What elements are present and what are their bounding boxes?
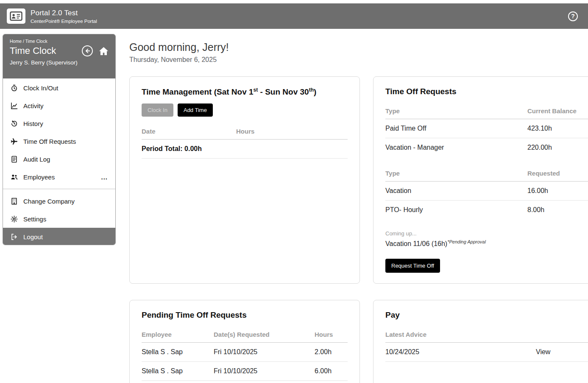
help-icon[interactable]: ? [568,11,578,21]
hours-value: 6.00h [315,367,348,375]
requested-value: 8.00h [527,206,588,214]
date-requested: Fri 10/10/2025 [214,348,315,356]
period-total: Period Total: 0.00h [142,140,348,159]
coming-up-entry: Vacation 11/06 (16h)*Pending Approval [385,239,588,248]
column-header-hours: Hours [236,128,348,135]
time-management-card: Time Management (Sat Nov 1st - Sun Nov 3… [129,76,360,284]
balance-type: Paid Time Off [385,125,527,132]
requested-value: 16.00h [527,187,588,195]
sidebar-item-settings[interactable]: Settings [3,210,115,228]
table-row: 10/24/2025 View [385,343,588,362]
balance-value: 220.00h [527,144,588,151]
building-icon [11,198,18,205]
greeting-date: Thursday, November 6, 2025 [129,56,217,64]
request-time-off-button[interactable]: Request Time Off [385,259,440,273]
home-button[interactable] [99,47,109,56]
column-header-employee: Employee [142,331,214,338]
requested-type: Vacation [385,187,527,195]
clock-icon [11,84,18,92]
table-row: Vacation - Manager 220.00h [385,138,588,157]
employee-name: Stella S . Sap [142,348,214,356]
requested-type: PTO- Hourly [385,206,527,214]
coming-up-label: Coming up... [385,230,588,237]
id-card-icon [7,8,25,24]
back-button[interactable] [82,45,93,56]
time-management-table: Date Hours Period Total: 0.00h [142,123,348,159]
activity-chart-icon [11,102,18,109]
user-name: Jerry S. Berry (Supervisor) [10,59,109,66]
sidebar-item-change-company[interactable]: Change Company [3,192,115,210]
gear-icon [11,215,18,223]
arrow-left-icon [84,48,91,54]
sidebar-item-label: Settings [23,215,46,223]
pending-approval-note: *Pending Approval [447,239,486,244]
pending-requests-table: Employee Date(s) Requested Hours Stella … [142,327,348,381]
logout-icon [11,233,18,240]
hours-value: 2.00h [315,348,348,356]
audit-log-icon [11,156,18,163]
sidebar-item-label: History [23,120,43,127]
sidebar-item-label: Employees [23,173,55,181]
pending-time-off-title: Pending Time Off Requests [142,310,348,320]
sidebar-item-logout[interactable]: Logout [3,228,115,245]
employee-name: Stella S . Sap [142,367,214,375]
sidebar-item-employees[interactable]: Employees ... [3,168,115,186]
app-subtitle: CenterPoint® Employee Portal [31,19,97,24]
column-header-current-balance: Current Balance [527,107,588,115]
pending-time-off-card: Pending Time Off Requests Employee Date(… [129,300,360,383]
column-header-dates-requested: Date(s) Requested [214,331,315,338]
time-off-requested-table: Type Requested Vacation 16.00h PTO- Hour… [385,165,588,219]
sidebar-menu: Clock In/Out Activity History Time Off R… [3,78,115,245]
sidebar-item-label: Clock In/Out [23,84,59,92]
table-row: PTO- Hourly 8.00h [385,201,588,219]
history-icon [11,120,18,127]
airplane-icon [11,138,18,145]
column-header-requested: Requested [527,170,588,177]
table-row: Stella S . Sap Fri 10/10/2025 2.00h [142,343,348,362]
page-title: Time Clock [10,45,56,56]
time-management-title: Time Management (Sat Nov 1st - Sun Nov 3… [142,87,348,97]
sidebar-header: Home / Time Clock Time Clock Jerry S. Be… [3,34,115,78]
advice-date: 10/24/2025 [385,348,536,356]
column-header-hours: Hours [315,331,348,338]
breadcrumb[interactable]: Home / Time Clock [10,39,109,44]
sidebar-item-label: Logout [23,233,43,240]
column-header-latest-advice: Latest Advice [385,331,536,338]
sidebar-item-time-off-requests[interactable]: Time Off Requests [3,132,115,150]
column-header-type: Type [385,107,527,115]
greeting-heading: Good morning, Jerry! [129,41,229,53]
top-bar: Portal 2.0 Test CenterPoint® Employee Po… [0,3,588,29]
app-title: Portal 2.0 Test [31,9,97,17]
column-header-type: Type [385,170,527,177]
sidebar-item-activity[interactable]: Activity [3,97,115,115]
home-icon [99,47,109,56]
time-off-balance-table: Type Current Balance Paid Time Off 423.1… [385,103,588,157]
sidebar-item-history[interactable]: History [3,115,115,132]
employees-icon [11,173,18,181]
time-off-requests-card: Time Off Requests Type Current Balance P… [373,76,588,284]
sidebar-item-label: Time Off Requests [23,138,76,145]
pay-card: Pay Latest Advice 10/24/2025 View [373,300,588,383]
sidebar-divider [3,189,115,189]
add-time-button[interactable]: Add Time [178,103,213,117]
table-row: Paid Time Off 423.10h [385,119,588,138]
pay-table: Latest Advice 10/24/2025 View [385,327,588,362]
sidebar-item-audit-log[interactable]: Audit Log [3,150,115,168]
balance-type: Vacation - Manager [385,144,527,151]
table-row: Vacation 16.00h [385,182,588,201]
clock-in-button[interactable]: Clock In [142,103,173,117]
balance-value: 423.10h [527,125,588,132]
sidebar-item-label: Change Company [23,198,75,205]
pay-title: Pay [385,310,588,320]
sidebar-item-label: Audit Log [23,156,50,163]
date-requested: Fri 10/10/2025 [214,367,315,375]
time-off-requests-title: Time Off Requests [385,87,588,96]
view-advice-link[interactable]: View [536,348,588,356]
table-row: Stella S . Sap Fri 10/10/2025 6.00h [142,362,348,381]
sidebar-item-label: Activity [23,102,44,109]
column-header-date: Date [142,128,236,135]
more-icon[interactable]: ... [101,173,108,181]
sidebar: Home / Time Clock Time Clock Jerry S. Be… [3,34,116,245]
sidebar-item-clock-in-out[interactable]: Clock In/Out [3,79,115,97]
